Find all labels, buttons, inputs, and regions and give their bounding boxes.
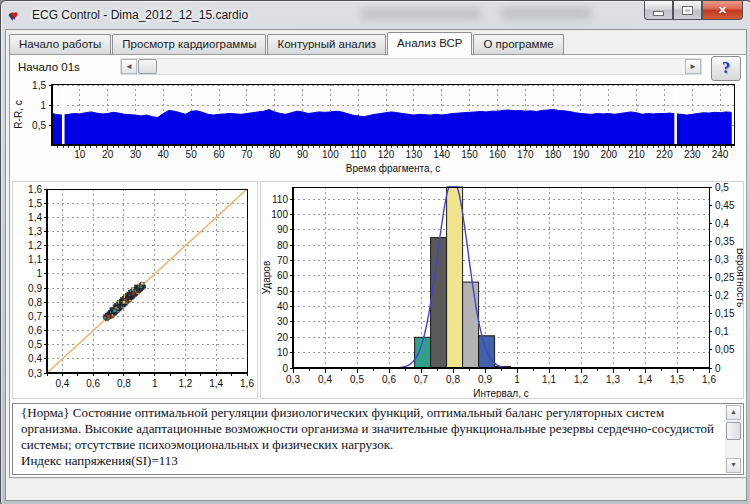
tab-4[interactable]: О программе [473,34,563,54]
scatterogram-panel: 0,30,40,50,60,70,80,911,11,21,31,41,51,6… [12,181,258,399]
svg-text:0,5: 0,5 [715,182,729,193]
svg-text:1: 1 [152,378,158,389]
svg-text:0,5: 0,5 [350,374,364,385]
svg-text:0,2: 0,2 [715,290,729,301]
svg-text:1,2: 1,2 [179,378,193,389]
svg-text:0,05: 0,05 [715,344,735,355]
svg-text:0,8: 0,8 [28,297,42,308]
svg-text:R-R, с: R-R, с [13,100,24,128]
conclusion-scrollbar[interactable]: ▲ ▼ [725,405,742,473]
svg-text:0,9: 0,9 [28,283,42,294]
svg-text:0,5: 0,5 [28,339,42,350]
svg-text:1,6: 1,6 [702,374,716,385]
minimize-button[interactable] [644,1,673,20]
svg-text:80: 80 [269,149,281,160]
app-icon: ♥ [10,7,26,23]
scroll-left-icon[interactable]: ◄ [121,59,137,74]
close-icon: ✕ [718,4,727,17]
svg-text:0,6: 0,6 [86,378,100,389]
svg-text:0,3: 0,3 [28,368,42,379]
svg-text:1,1: 1,1 [542,374,556,385]
tab-3[interactable]: Анализ ВСР [387,32,472,55]
svg-text:10: 10 [277,347,289,358]
svg-text:1,4: 1,4 [638,374,652,385]
svg-text:Ударов: Ударов [261,261,272,294]
glass-smudge [361,9,481,19]
start-time-label: Начало 01s [18,61,80,73]
svg-text:170: 170 [517,149,534,160]
app-window: ♥ ECG Control - Dima_2012_12_15.cardio ✕… [0,0,750,504]
rr-tachogram-plot: 0,511,5102030405060708090100110120130140… [10,79,746,179]
svg-text:210: 210 [628,149,645,160]
scrollbar-thumb[interactable] [726,422,741,440]
svg-text:160: 160 [489,149,506,160]
svg-text:70: 70 [241,149,253,160]
scroll-up-icon[interactable]: ▲ [726,405,741,420]
svg-text:1,2: 1,2 [28,240,42,251]
svg-text:90: 90 [297,149,309,160]
minimize-icon [653,11,664,16]
status-bar [8,478,744,498]
svg-text:1,3: 1,3 [606,374,620,385]
svg-text:0,8: 0,8 [117,378,131,389]
svg-text:0: 0 [715,363,721,374]
fragment-scrollbar[interactable]: ◄ ► [120,58,702,75]
rr-tachogram-chart: 0,511,5102030405060708090100110120130140… [10,79,746,179]
scroll-down-icon[interactable]: ▼ [726,458,741,473]
svg-text:0,4: 0,4 [55,378,69,389]
svg-text:1,6: 1,6 [28,184,42,195]
svg-text:0,6: 0,6 [382,374,396,385]
client-area: Начало работыПросмотр кардиограммыКонтур… [5,29,747,501]
tab-1[interactable]: Просмотр кардиограммы [112,34,266,54]
svg-text:Время фрагмента, с: Время фрагмента, с [346,163,440,174]
stress-index-text: Индекс напряжения(SI)=113 [21,453,719,469]
histogram-panel: 01020304050607080901001100,30,40,50,60,7… [260,181,744,399]
scatterogram-plot: 0,30,40,50,60,70,80,911,11,21,31,41,51,6… [13,182,257,398]
svg-text:0,4: 0,4 [28,353,42,364]
svg-text:140: 140 [433,149,450,160]
svg-text:0,9: 0,9 [478,374,492,385]
maximize-icon [683,7,692,14]
svg-text:20: 20 [277,332,289,343]
svg-text:70: 70 [277,255,289,266]
svg-text:200: 200 [600,149,617,160]
tab-page-hrv: Начало 01s ◄ ► ? 0,511,51020304050607080… [9,54,747,478]
conclusion-textbox[interactable]: {Норма} Состояние оптимальной регуляции … [12,403,744,475]
svg-text:Интервал, с: Интервал, с [473,388,528,398]
svg-text:0: 0 [282,363,288,374]
glass-smudge [501,8,591,19]
svg-text:150: 150 [461,149,478,160]
svg-text:120: 120 [378,149,395,160]
svg-text:0,1: 0,1 [715,326,729,337]
svg-text:60: 60 [213,149,225,160]
svg-text:80: 80 [277,240,289,251]
svg-text:0,3: 0,3 [715,254,729,265]
svg-text:40: 40 [158,149,170,160]
svg-text:190: 190 [573,149,590,160]
tab-2[interactable]: Контурный анализ [267,34,386,54]
svg-text:0,8: 0,8 [446,374,460,385]
svg-text:110: 110 [350,149,366,160]
scroll-right-icon[interactable]: ► [685,59,701,74]
tab-0[interactable]: Начало работы [9,34,111,54]
close-button[interactable]: ✕ [702,1,743,20]
svg-text:1,6: 1,6 [240,378,254,389]
help-button[interactable]: ? [711,56,741,81]
svg-text:0,45: 0,45 [715,200,735,211]
svg-text:50: 50 [277,286,289,297]
maximize-button[interactable] [673,1,702,20]
svg-text:1: 1 [514,374,520,385]
tab-bar: Начало работыПросмотр кардиограммыКонтур… [9,32,743,54]
svg-text:0,7: 0,7 [28,311,42,322]
svg-text:1,5: 1,5 [32,80,46,91]
svg-text:1: 1 [40,100,46,111]
svg-text:0,7: 0,7 [414,374,428,385]
svg-text:1,4: 1,4 [209,378,223,389]
svg-text:30: 30 [277,316,289,327]
titlebar[interactable]: ♥ ECG Control - Dima_2012_12_15.cardio ✕ [1,1,750,29]
svg-text:0,5: 0,5 [32,120,46,131]
svg-text:0,15: 0,15 [715,308,735,319]
svg-text:1: 1 [36,268,42,279]
scrollbar-thumb[interactable] [138,59,157,74]
svg-text:0,35: 0,35 [715,236,735,247]
